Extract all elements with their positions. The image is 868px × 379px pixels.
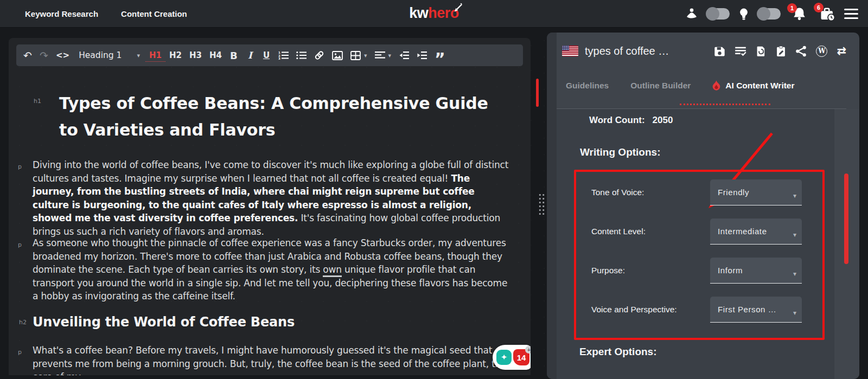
toggle-knob: [757, 7, 770, 21]
chevron-down-icon: ▾: [793, 261, 796, 284]
nav-links: Keyword Research Content Creation: [25, 0, 187, 28]
panel-header: types of coffee … W ⇄: [562, 42, 846, 60]
doc-paragraph-2: p As someone who thought the pinnacle of…: [9, 236, 531, 303]
chevron-down-icon: ▾: [793, 183, 796, 205]
app: Keyword Research Content Creation kwhero…: [0, 0, 868, 379]
chevron-down-icon: ▾: [793, 222, 796, 245]
doc-heading-1: h1 Types of Coffee Beans: A Comprehensiv…: [9, 90, 531, 143]
logo-dart-icon: [452, 3, 463, 14]
panel-tabs: Guidelines Outline Builder AI Content Wr…: [566, 80, 795, 91]
dropdown-value: Intermediate: [718, 227, 767, 236]
tab-outline-builder[interactable]: Outline Builder: [630, 81, 691, 91]
dropdown-value: First Person …: [718, 305, 776, 314]
grammar-marked-word[interactable]: own: [323, 264, 341, 277]
notifications-badge: 1: [787, 3, 797, 13]
content-level-dropdown[interactable]: Intermediate ▾: [710, 219, 802, 245]
active-tab-underline: [680, 104, 770, 105]
h1-tag-label: h1: [34, 98, 41, 105]
toggle-knob: [706, 7, 719, 21]
transfer-arrows-icon[interactable]: ⇄: [837, 46, 846, 56]
wordpress-export-button[interactable]: W: [816, 46, 827, 57]
doc-paragraph-1: p Diving into the world of coffee beans,…: [9, 158, 531, 239]
light-mode-icon[interactable]: [738, 8, 749, 21]
tone-of-voice-dropdown[interactable]: Friendly ▾: [710, 179, 802, 205]
top-navbar: Keyword Research Content Creation kwhero…: [0, 0, 868, 28]
annotation-box: Tone of Voice: Friendly ▾ Content Level:…: [574, 170, 825, 340]
extension-badge[interactable]: ✦ 14 +: [493, 345, 531, 370]
doc-heading-2: h2 Unveiling the World of Coffee Beans: [9, 314, 531, 330]
paragraph-text: Diving into the world of coffee beans, I…: [33, 159, 508, 184]
panel-header-actions: W ⇄: [714, 46, 846, 57]
tone-of-voice-row: Tone of Voice: Friendly ▾: [591, 179, 812, 205]
tab-ai-content-writer[interactable]: AI Content Writer: [712, 80, 794, 91]
p-tag-label: p: [18, 160, 22, 174]
doc-subheading: Unveiling the World of Coffee Beans: [33, 314, 499, 330]
purpose-row: Purpose: Inform ▾: [591, 258, 812, 284]
notifications-button[interactable]: 1: [793, 7, 806, 21]
purpose-label: Purpose:: [591, 266, 625, 275]
extension-count: 14: [517, 353, 526, 362]
purpose-dropdown[interactable]: Inform ▾: [710, 258, 802, 284]
nav-keyword-research[interactable]: Keyword Research: [25, 9, 98, 18]
fire-icon: [712, 80, 720, 91]
extension-count-badge: 14 +: [513, 349, 529, 365]
us-flag-icon: [562, 46, 578, 56]
extension-plus-badge: +: [525, 346, 531, 354]
tabs-divider: [557, 108, 846, 109]
editor-content[interactable]: h1 Types of Coffee Beans: A Comprehensiv…: [9, 38, 531, 375]
version-history-button[interactable]: [756, 46, 767, 57]
project-title: types of coffee …: [585, 45, 669, 57]
word-count-label: Word Count:: [589, 115, 645, 126]
ai-writer-panel: types of coffee … W ⇄: [547, 33, 859, 379]
nav-content-creation[interactable]: Content Creation: [121, 9, 187, 18]
panel-scrollbar-thumb[interactable]: [844, 174, 848, 264]
kwhero-logo[interactable]: kwhero: [409, 5, 459, 22]
projects-badge: 6: [814, 3, 824, 12]
voice-perspective-label: Voice and Perspective:: [591, 305, 677, 314]
chevron-down-icon: ▾: [793, 300, 796, 323]
dropdown-value: Friendly: [718, 188, 749, 197]
projects-button[interactable]: 6: [819, 7, 835, 22]
voice-perspective-row: Voice and Perspective: First Person … ▾: [591, 297, 812, 323]
menu-button[interactable]: [844, 9, 858, 19]
content-level-label: Content Level:: [591, 227, 646, 236]
doc-paragraph-3: p What's a coffee bean? Before my travel…: [9, 344, 531, 375]
tone-of-voice-label: Tone of Voice:: [591, 188, 644, 197]
writing-options-title: Writing Options:: [580, 146, 660, 158]
editor-scroll-marker: [536, 79, 539, 107]
bulb-sparkle-icon: ✦: [496, 350, 512, 365]
tab-label: AI Content Writer: [725, 81, 794, 91]
save-button[interactable]: [714, 46, 725, 57]
panel-left-gutter: [547, 33, 557, 379]
panel-resize-handle[interactable]: [538, 193, 545, 216]
logo-kw: kw: [409, 5, 428, 21]
voice-perspective-dropdown[interactable]: First Person … ▾: [710, 297, 802, 323]
playlist-check-icon[interactable]: [735, 46, 746, 56]
share-button[interactable]: [795, 46, 807, 57]
expert-options-title: Expert Options:: [579, 346, 657, 358]
focus-mode-icon[interactable]: [685, 8, 698, 21]
word-count-row: Word Count: 2050: [589, 115, 673, 126]
focus-mode-toggle[interactable]: [707, 8, 730, 20]
doc-title: Types of Coffee Beans: A Comprehensive G…: [59, 90, 493, 143]
paragraph-text: What's a coffee bean? Before my travels,…: [33, 344, 512, 375]
editor-panel: ↶ ↷ <> Heading 1 ▾ H1 H2 H3 H4 B I U 123: [9, 38, 531, 375]
edit-notes-button[interactable]: [776, 46, 786, 57]
p-tag-label: p: [18, 346, 22, 359]
h2-tag-label: h2: [19, 319, 27, 326]
theme-toggle[interactable]: [758, 8, 781, 20]
nav-right-cluster: 1 6: [685, 0, 858, 28]
tab-guidelines[interactable]: Guidelines: [566, 81, 609, 91]
dropdown-value: Inform: [718, 266, 743, 275]
word-count-value: 2050: [653, 115, 673, 126]
content-level-row: Content Level: Intermediate ▾: [591, 219, 812, 245]
p-tag-label: p: [18, 239, 22, 252]
